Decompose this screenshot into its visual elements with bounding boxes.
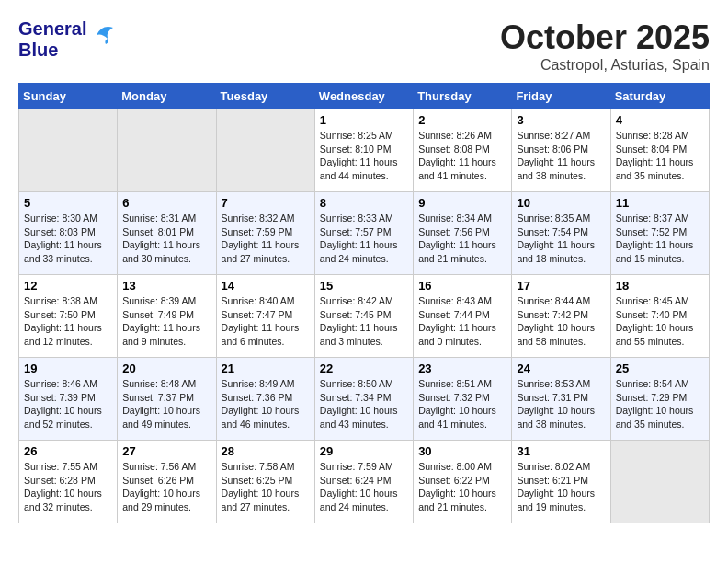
- day-cell-3-6: 17Sunrise: 8:44 AMSunset: 7:42 PMDayligh…: [512, 275, 610, 358]
- day-cell-3-4: 15Sunrise: 8:42 AMSunset: 7:45 PMDayligh…: [314, 275, 413, 358]
- day-cell-2-2: 6Sunrise: 8:31 AMSunset: 8:01 PMDaylight…: [118, 192, 216, 275]
- calendar-title: October 2025: [500, 18, 710, 57]
- day-cell-5-3: 28Sunrise: 7:58 AMSunset: 6:25 PMDayligh…: [216, 441, 314, 523]
- day-info: Sunrise: 8:42 AMSunset: 7:45 PMDaylight:…: [320, 294, 408, 349]
- day-number: 13: [122, 279, 210, 293]
- day-cell-4-2: 20Sunrise: 8:48 AMSunset: 7:37 PMDayligh…: [118, 358, 216, 441]
- day-number: 2: [418, 113, 506, 127]
- day-cell-3-1: 12Sunrise: 8:38 AMSunset: 7:50 PMDayligh…: [19, 275, 118, 358]
- day-info: Sunrise: 8:33 AMSunset: 7:57 PMDaylight:…: [320, 212, 408, 266]
- header-saturday: Saturday: [610, 84, 709, 109]
- day-cell-5-2: 27Sunrise: 7:56 AMSunset: 6:26 PMDayligh…: [118, 441, 216, 523]
- day-number: 5: [24, 196, 112, 210]
- day-cell-2-5: 9Sunrise: 8:34 AMSunset: 7:56 PMDaylight…: [414, 192, 512, 275]
- day-info: Sunrise: 8:43 AMSunset: 7:44 PMDaylight:…: [418, 294, 506, 349]
- calendar-table: SundayMondayTuesdayWednesdayThursdayFrid…: [18, 83, 710, 523]
- day-number: 15: [320, 279, 408, 293]
- day-number: 9: [418, 196, 506, 210]
- day-cell-1-6: 3Sunrise: 8:27 AMSunset: 8:06 PMDaylight…: [512, 109, 610, 192]
- day-cell-2-3: 7Sunrise: 8:32 AMSunset: 7:59 PMDaylight…: [216, 192, 314, 275]
- logo-text-general: General: [18, 18, 86, 39]
- day-info: Sunrise: 8:34 AMSunset: 7:56 PMDaylight:…: [418, 212, 506, 266]
- logo-svg: General Blue: [18, 18, 115, 61]
- day-cell-4-4: 22Sunrise: 8:50 AMSunset: 7:34 PMDayligh…: [314, 358, 413, 441]
- day-cell-1-5: 2Sunrise: 8:26 AMSunset: 8:08 PMDaylight…: [414, 109, 512, 192]
- day-info: Sunrise: 8:38 AMSunset: 7:50 PMDaylight:…: [24, 294, 112, 349]
- day-number: 25: [616, 362, 704, 375]
- day-info: Sunrise: 8:44 AMSunset: 7:42 PMDaylight:…: [517, 294, 605, 349]
- logo-bird-icon: [89, 22, 115, 48]
- day-cell-4-5: 23Sunrise: 8:51 AMSunset: 7:32 PMDayligh…: [414, 358, 512, 441]
- day-info: Sunrise: 8:51 AMSunset: 7:32 PMDaylight:…: [418, 377, 506, 431]
- calendar-subtitle: Castropol, Asturias, Spain: [500, 57, 710, 74]
- day-cell-2-1: 5Sunrise: 8:30 AMSunset: 8:03 PMDaylight…: [19, 192, 118, 275]
- day-info: Sunrise: 8:39 AMSunset: 7:49 PMDaylight:…: [122, 294, 210, 349]
- day-number: 11: [616, 196, 704, 210]
- week-row-5: 26Sunrise: 7:55 AMSunset: 6:28 PMDayligh…: [19, 441, 710, 523]
- day-number: 12: [24, 279, 112, 293]
- day-info: Sunrise: 8:28 AMSunset: 8:04 PMDaylight:…: [616, 129, 704, 183]
- day-info: Sunrise: 8:27 AMSunset: 8:06 PMDaylight:…: [517, 129, 605, 183]
- header-monday: Monday: [118, 84, 216, 109]
- day-info: Sunrise: 8:31 AMSunset: 8:01 PMDaylight:…: [122, 212, 210, 266]
- day-info: Sunrise: 8:48 AMSunset: 7:37 PMDaylight:…: [122, 377, 210, 431]
- day-number: 1: [320, 113, 408, 127]
- day-number: 22: [320, 362, 408, 375]
- day-cell-5-7: [610, 441, 709, 523]
- day-cell-2-7: 11Sunrise: 8:37 AMSunset: 7:52 PMDayligh…: [610, 192, 709, 275]
- day-number: 31: [517, 444, 605, 458]
- week-row-1: 1Sunrise: 8:25 AMSunset: 8:10 PMDaylight…: [19, 109, 710, 192]
- day-info: Sunrise: 8:32 AMSunset: 7:59 PMDaylight:…: [222, 212, 310, 266]
- day-cell-3-5: 16Sunrise: 8:43 AMSunset: 7:44 PMDayligh…: [414, 275, 512, 358]
- day-info: Sunrise: 8:40 AMSunset: 7:47 PMDaylight:…: [222, 294, 310, 349]
- day-cell-2-6: 10Sunrise: 8:35 AMSunset: 7:54 PMDayligh…: [512, 192, 610, 275]
- day-number: 29: [320, 444, 408, 458]
- day-info: Sunrise: 8:53 AMSunset: 7:31 PMDaylight:…: [517, 377, 605, 431]
- day-number: 14: [222, 279, 310, 293]
- day-cell-2-4: 8Sunrise: 8:33 AMSunset: 7:57 PMDaylight…: [314, 192, 413, 275]
- header: General Blue October 2025 Castropol, Ast…: [18, 18, 710, 74]
- day-info: Sunrise: 8:26 AMSunset: 8:08 PMDaylight:…: [418, 129, 506, 183]
- day-info: Sunrise: 8:45 AMSunset: 7:40 PMDaylight:…: [616, 294, 704, 349]
- day-cell-3-3: 14Sunrise: 8:40 AMSunset: 7:47 PMDayligh…: [216, 275, 314, 358]
- day-number: 8: [320, 196, 408, 210]
- day-number: 3: [517, 113, 605, 127]
- day-number: 7: [222, 196, 310, 210]
- logo-text-blue: Blue: [18, 40, 58, 60]
- day-number: 4: [616, 113, 704, 127]
- day-info: Sunrise: 8:00 AMSunset: 6:22 PMDaylight:…: [418, 460, 506, 514]
- weekday-header-row: SundayMondayTuesdayWednesdayThursdayFrid…: [19, 84, 710, 109]
- day-number: 17: [517, 279, 605, 293]
- day-info: Sunrise: 8:37 AMSunset: 7:52 PMDaylight:…: [616, 212, 704, 266]
- day-info: Sunrise: 7:59 AMSunset: 6:24 PMDaylight:…: [320, 460, 408, 514]
- day-number: 26: [24, 444, 112, 458]
- day-cell-5-5: 30Sunrise: 8:00 AMSunset: 6:22 PMDayligh…: [414, 441, 512, 523]
- day-cell-1-2: [118, 109, 216, 192]
- day-number: 28: [222, 444, 310, 458]
- day-info: Sunrise: 8:02 AMSunset: 6:21 PMDaylight:…: [517, 460, 605, 514]
- day-cell-4-1: 19Sunrise: 8:46 AMSunset: 7:39 PMDayligh…: [19, 358, 118, 441]
- day-info: Sunrise: 7:58 AMSunset: 6:25 PMDaylight:…: [222, 460, 310, 514]
- title-block: October 2025 Castropol, Asturias, Spain: [500, 18, 710, 74]
- week-row-4: 19Sunrise: 8:46 AMSunset: 7:39 PMDayligh…: [19, 358, 710, 441]
- day-info: Sunrise: 8:25 AMSunset: 8:10 PMDaylight:…: [320, 129, 408, 183]
- day-cell-1-4: 1Sunrise: 8:25 AMSunset: 8:10 PMDaylight…: [314, 109, 413, 192]
- header-sunday: Sunday: [19, 84, 118, 109]
- header-thursday: Thursday: [414, 84, 512, 109]
- day-cell-1-3: [216, 109, 314, 192]
- day-info: Sunrise: 7:56 AMSunset: 6:26 PMDaylight:…: [122, 460, 210, 514]
- day-cell-4-3: 21Sunrise: 8:49 AMSunset: 7:36 PMDayligh…: [216, 358, 314, 441]
- day-cell-5-6: 31Sunrise: 8:02 AMSunset: 6:21 PMDayligh…: [512, 441, 610, 523]
- header-friday: Friday: [512, 84, 610, 109]
- day-info: Sunrise: 7:55 AMSunset: 6:28 PMDaylight:…: [24, 460, 112, 514]
- header-wednesday: Wednesday: [314, 84, 413, 109]
- logo: General Blue: [18, 18, 115, 61]
- day-info: Sunrise: 8:50 AMSunset: 7:34 PMDaylight:…: [320, 377, 408, 431]
- day-cell-5-1: 26Sunrise: 7:55 AMSunset: 6:28 PMDayligh…: [19, 441, 118, 523]
- day-cell-1-1: [19, 109, 118, 192]
- week-row-2: 5Sunrise: 8:30 AMSunset: 8:03 PMDaylight…: [19, 192, 710, 275]
- day-cell-4-6: 24Sunrise: 8:53 AMSunset: 7:31 PMDayligh…: [512, 358, 610, 441]
- day-info: Sunrise: 8:35 AMSunset: 7:54 PMDaylight:…: [517, 212, 605, 266]
- day-number: 21: [222, 362, 310, 375]
- day-info: Sunrise: 8:46 AMSunset: 7:39 PMDaylight:…: [24, 377, 112, 431]
